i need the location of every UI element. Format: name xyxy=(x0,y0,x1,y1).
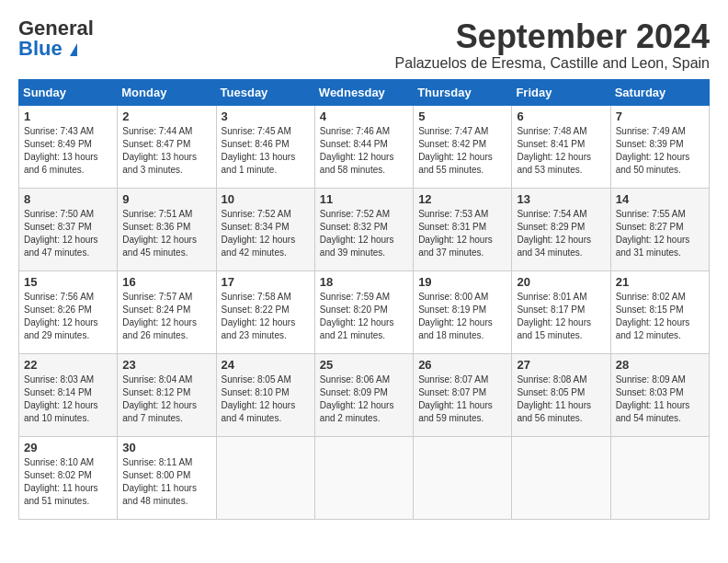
day-number: 22 xyxy=(24,358,112,372)
calendar-header-sunday: Sunday xyxy=(19,79,118,105)
day-info: Sunrise: 7:58 AMSunset: 8:22 PMDaylight:… xyxy=(222,291,310,342)
day-number: 24 xyxy=(222,358,310,372)
calendar-cell: 17Sunrise: 7:58 AMSunset: 8:22 PMDayligh… xyxy=(216,270,314,353)
day-number: 7 xyxy=(616,109,704,123)
day-info: Sunrise: 7:59 AMSunset: 8:20 PMDaylight:… xyxy=(320,291,408,342)
day-info: Sunrise: 7:45 AMSunset: 8:46 PMDaylight:… xyxy=(222,125,310,177)
calendar-cell: 19Sunrise: 8:00 AMSunset: 8:19 PMDayligh… xyxy=(414,270,512,353)
day-number: 18 xyxy=(320,275,408,289)
day-info: Sunrise: 8:02 AMSunset: 8:15 PMDaylight:… xyxy=(616,291,704,342)
calendar-cell: 30Sunrise: 8:11 AMSunset: 8:00 PMDayligh… xyxy=(118,436,216,519)
day-number: 30 xyxy=(122,441,210,454)
day-number: 3 xyxy=(222,109,310,123)
day-number: 27 xyxy=(517,358,605,372)
day-number: 29 xyxy=(24,441,112,454)
day-info: Sunrise: 7:52 AMSunset: 8:34 PMDaylight:… xyxy=(222,208,310,259)
day-info: Sunrise: 7:46 AMSunset: 8:44 PMDaylight:… xyxy=(320,125,408,177)
logo-blue: Blue xyxy=(18,39,94,59)
day-number: 28 xyxy=(616,358,704,372)
day-number: 8 xyxy=(24,192,112,206)
day-info: Sunrise: 8:11 AMSunset: 8:00 PMDaylight:… xyxy=(122,456,210,508)
day-info: Sunrise: 7:43 AMSunset: 8:49 PMDaylight:… xyxy=(24,125,112,177)
day-info: Sunrise: 8:07 AMSunset: 8:07 PMDaylight:… xyxy=(418,373,506,425)
calendar-week-row: 8Sunrise: 7:50 AMSunset: 8:37 PMDaylight… xyxy=(19,188,710,270)
calendar-cell: 12Sunrise: 7:53 AMSunset: 8:31 PMDayligh… xyxy=(414,188,512,270)
day-number: 14 xyxy=(616,192,704,206)
day-info: Sunrise: 8:00 AMSunset: 8:19 PMDaylight:… xyxy=(418,291,506,342)
day-number: 26 xyxy=(418,358,506,372)
day-info: Sunrise: 8:01 AMSunset: 8:17 PMDaylight:… xyxy=(517,291,605,342)
calendar-header-row: SundayMondayTuesdayWednesdayThursdayFrid… xyxy=(19,79,710,105)
day-info: Sunrise: 8:06 AMSunset: 8:09 PMDaylight:… xyxy=(320,373,408,425)
calendar-cell: 15Sunrise: 7:56 AMSunset: 8:26 PMDayligh… xyxy=(19,270,118,353)
calendar-header-friday: Friday xyxy=(512,79,610,105)
day-number: 25 xyxy=(320,358,408,372)
day-number: 23 xyxy=(122,358,210,372)
calendar-cell: 23Sunrise: 8:04 AMSunset: 8:12 PMDayligh… xyxy=(118,353,216,436)
calendar-week-row: 22Sunrise: 8:03 AMSunset: 8:14 PMDayligh… xyxy=(19,353,710,436)
day-number: 10 xyxy=(222,192,310,206)
day-info: Sunrise: 8:04 AMSunset: 8:12 PMDaylight:… xyxy=(122,373,210,425)
calendar-cell xyxy=(314,436,413,519)
day-info: Sunrise: 7:53 AMSunset: 8:31 PMDaylight:… xyxy=(418,208,506,259)
day-number: 21 xyxy=(616,275,704,289)
day-number: 11 xyxy=(320,192,408,206)
calendar-cell xyxy=(610,436,709,519)
calendar-cell: 26Sunrise: 8:07 AMSunset: 8:07 PMDayligh… xyxy=(414,353,512,436)
calendar-cell xyxy=(216,436,314,519)
day-number: 12 xyxy=(418,192,506,206)
calendar-cell: 22Sunrise: 8:03 AMSunset: 8:14 PMDayligh… xyxy=(19,353,118,436)
day-info: Sunrise: 7:52 AMSunset: 8:32 PMDaylight:… xyxy=(320,208,408,259)
day-info: Sunrise: 8:09 AMSunset: 8:03 PMDaylight:… xyxy=(616,373,704,425)
calendar-header-thursday: Thursday xyxy=(414,79,512,105)
page-header: General Blue September 2024 Palazuelos d… xyxy=(18,18,710,72)
calendar-cell: 16Sunrise: 7:57 AMSunset: 8:24 PMDayligh… xyxy=(118,270,216,353)
day-number: 19 xyxy=(418,275,506,289)
day-info: Sunrise: 8:03 AMSunset: 8:14 PMDaylight:… xyxy=(24,373,112,425)
day-info: Sunrise: 7:51 AMSunset: 8:36 PMDaylight:… xyxy=(122,208,210,259)
day-info: Sunrise: 7:57 AMSunset: 8:24 PMDaylight:… xyxy=(122,291,210,342)
logo-triangle-icon xyxy=(70,43,77,56)
day-number: 4 xyxy=(320,109,408,123)
calendar-cell: 11Sunrise: 7:52 AMSunset: 8:32 PMDayligh… xyxy=(314,188,413,270)
logo-general: General xyxy=(18,18,94,39)
day-number: 13 xyxy=(517,192,605,206)
day-info: Sunrise: 7:50 AMSunset: 8:37 PMDaylight:… xyxy=(24,208,112,259)
calendar-cell: 8Sunrise: 7:50 AMSunset: 8:37 PMDaylight… xyxy=(19,188,118,270)
calendar-cell xyxy=(414,436,512,519)
calendar-week-row: 29Sunrise: 8:10 AMSunset: 8:02 PMDayligh… xyxy=(19,436,710,519)
calendar-cell: 2Sunrise: 7:44 AMSunset: 8:47 PMDaylight… xyxy=(118,105,216,188)
calendar-week-row: 1Sunrise: 7:43 AMSunset: 8:49 PMDaylight… xyxy=(19,105,710,188)
calendar-cell: 7Sunrise: 7:49 AMSunset: 8:39 PMDaylight… xyxy=(610,105,709,188)
calendar-header-saturday: Saturday xyxy=(610,79,709,105)
day-info: Sunrise: 7:55 AMSunset: 8:27 PMDaylight:… xyxy=(616,208,704,259)
calendar-cell: 9Sunrise: 7:51 AMSunset: 8:36 PMDaylight… xyxy=(118,188,216,270)
day-info: Sunrise: 7:49 AMSunset: 8:39 PMDaylight:… xyxy=(616,125,704,177)
month-title: September 2024 xyxy=(395,18,710,55)
day-info: Sunrise: 7:47 AMSunset: 8:42 PMDaylight:… xyxy=(418,125,506,177)
calendar-cell: 5Sunrise: 7:47 AMSunset: 8:42 PMDaylight… xyxy=(414,105,512,188)
location-title: Palazuelos de Eresma, Castille and Leon,… xyxy=(395,55,710,72)
calendar-header-tuesday: Tuesday xyxy=(216,79,314,105)
calendar-cell: 4Sunrise: 7:46 AMSunset: 8:44 PMDaylight… xyxy=(314,105,413,188)
calendar-cell: 29Sunrise: 8:10 AMSunset: 8:02 PMDayligh… xyxy=(19,436,118,519)
calendar-cell xyxy=(512,436,610,519)
day-info: Sunrise: 7:54 AMSunset: 8:29 PMDaylight:… xyxy=(517,208,605,259)
calendar-cell: 14Sunrise: 7:55 AMSunset: 8:27 PMDayligh… xyxy=(610,188,709,270)
calendar-cell: 10Sunrise: 7:52 AMSunset: 8:34 PMDayligh… xyxy=(216,188,314,270)
calendar-cell: 25Sunrise: 8:06 AMSunset: 8:09 PMDayligh… xyxy=(314,353,413,436)
day-number: 6 xyxy=(517,109,605,123)
calendar-cell: 18Sunrise: 7:59 AMSunset: 8:20 PMDayligh… xyxy=(314,270,413,353)
day-info: Sunrise: 7:56 AMSunset: 8:26 PMDaylight:… xyxy=(24,291,112,342)
day-info: Sunrise: 8:10 AMSunset: 8:02 PMDaylight:… xyxy=(24,456,112,508)
calendar-header-monday: Monday xyxy=(118,79,216,105)
day-info: Sunrise: 7:44 AMSunset: 8:47 PMDaylight:… xyxy=(122,125,210,177)
logo: General Blue xyxy=(18,18,94,59)
calendar-cell: 21Sunrise: 8:02 AMSunset: 8:15 PMDayligh… xyxy=(610,270,709,353)
day-number: 17 xyxy=(222,275,310,289)
day-number: 5 xyxy=(418,109,506,123)
calendar-cell: 6Sunrise: 7:48 AMSunset: 8:41 PMDaylight… xyxy=(512,105,610,188)
calendar-cell: 1Sunrise: 7:43 AMSunset: 8:49 PMDaylight… xyxy=(19,105,118,188)
calendar-cell: 13Sunrise: 7:54 AMSunset: 8:29 PMDayligh… xyxy=(512,188,610,270)
day-info: Sunrise: 8:05 AMSunset: 8:10 PMDaylight:… xyxy=(222,373,310,425)
